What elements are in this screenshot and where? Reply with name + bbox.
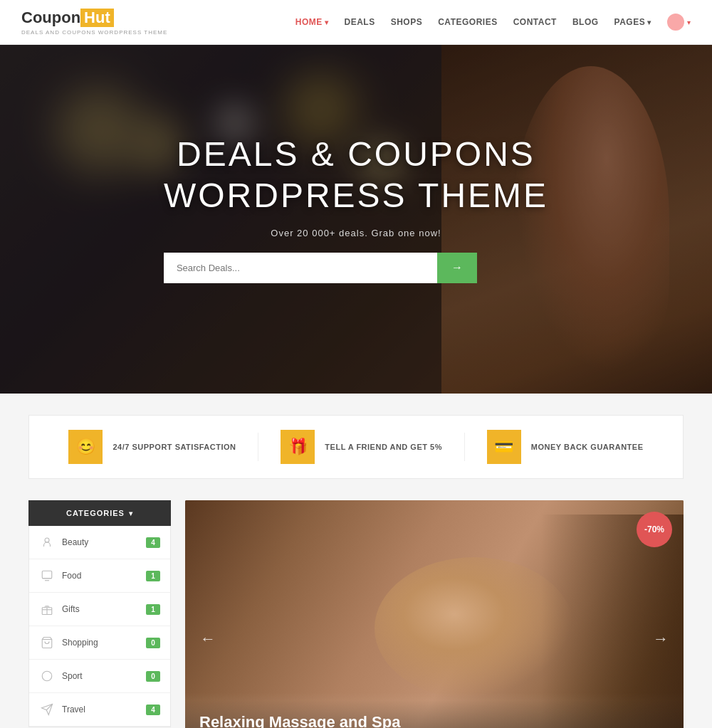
beauty-icon <box>39 534 55 550</box>
hero-section: DEALS & COUPONS WORDPRESS THEME Over 20 … <box>0 45 712 394</box>
category-travel[interactable]: Travel 4 <box>29 693 170 727</box>
deal-info: Relaxing Massage and Spa ★★★★★ EXPIRES I… <box>185 700 684 728</box>
feature-referral-text: TELL A FRIEND AND GET 5% <box>325 443 442 451</box>
sidebar-body: Beauty 4 Food 1 Gifts 1 <box>28 526 171 727</box>
gifts-count: 1 <box>146 604 160 615</box>
site-header: CouponHut DEALS AND COUPONS WORDPRESS TH… <box>0 0 712 45</box>
feature-money-back-text: MONEY BACK GUARANTEE <box>531 443 644 451</box>
sport-icon <box>39 668 55 684</box>
hero-title-line1: DEALS & COUPONS <box>164 134 548 175</box>
hero-content: DEALS & COUPONS WORDPRESS THEME Over 20 … <box>164 134 548 283</box>
nav-blog[interactable]: BLOG <box>572 17 599 27</box>
feature-support: 😊 24/7 SUPPORT SATISFACTION <box>68 430 236 464</box>
nav-pages[interactable]: PAGES <box>614 17 651 27</box>
feature-money-back: 💳 MONEY BACK GUARANTEE <box>487 430 644 464</box>
food-icon <box>39 568 55 584</box>
categories-sidebar: CATEGORIES ▾ Beauty 4 Food 1 <box>28 500 171 728</box>
logo-coupon: Coupon <box>21 10 80 26</box>
user-arrow: ▾ <box>687 19 691 26</box>
food-label: Food <box>62 571 139 581</box>
deal-next-button[interactable]: → <box>648 626 674 652</box>
hero-search-form: → <box>164 253 477 283</box>
shopping-count: 0 <box>146 638 160 648</box>
travel-icon <box>39 702 55 717</box>
money-back-icon: 💳 <box>487 430 521 464</box>
user-avatar <box>667 14 684 31</box>
main-content: CATEGORIES ▾ Beauty 4 Food 1 <box>28 500 684 728</box>
shopping-label: Shopping <box>62 638 139 648</box>
shopping-icon <box>39 635 55 650</box>
nav-shops[interactable]: SHOPS <box>391 17 423 27</box>
referral-icon: 🎁 <box>281 430 315 464</box>
logo[interactable]: CouponHut DEALS AND COUPONS WORDPRESS TH… <box>21 9 167 36</box>
feature-divider-2 <box>464 433 465 461</box>
deal-background <box>185 500 684 728</box>
search-input[interactable] <box>164 253 437 283</box>
travel-count: 4 <box>146 705 160 715</box>
deal-prev-button[interactable]: ← <box>195 626 221 652</box>
category-food[interactable]: Food 1 <box>29 559 170 593</box>
support-icon: 😊 <box>68 430 103 464</box>
sidebar-title: CATEGORIES <box>66 509 125 517</box>
nav-contact[interactable]: CONTACT <box>513 17 557 27</box>
beauty-count: 4 <box>146 537 160 548</box>
svg-point-0 <box>45 538 49 542</box>
features-bar: 😊 24/7 SUPPORT SATISFACTION 🎁 TELL A FRI… <box>28 415 684 479</box>
category-gifts[interactable]: Gifts 1 <box>29 593 170 626</box>
category-shopping[interactable]: Shopping 0 <box>29 626 170 660</box>
category-beauty[interactable]: Beauty 4 <box>29 526 170 559</box>
sport-count: 0 <box>146 671 160 682</box>
category-sport[interactable]: Sport 0 <box>29 660 170 693</box>
gifts-icon <box>39 601 55 617</box>
nav-categories[interactable]: CATEGORIES <box>438 17 497 27</box>
beauty-label: Beauty <box>62 537 139 547</box>
sidebar-header-arrow: ▾ <box>129 510 133 517</box>
main-nav: HOME DEALS SHOPS CATEGORIES CONTACT BLOG… <box>295 14 691 31</box>
feature-support-text: 24/7 SUPPORT SATISFACTION <box>112 443 236 451</box>
travel-label: Travel <box>62 705 139 714</box>
hero-title: DEALS & COUPONS WORDPRESS THEME <box>164 134 548 216</box>
search-button[interactable]: → <box>437 253 477 283</box>
deal-title: Relaxing Massage and Spa <box>199 713 669 728</box>
logo-tagline: DEALS AND COUPONS WORDPRESS THEME <box>21 29 167 36</box>
hero-title-line2: WORDPRESS THEME <box>164 175 548 216</box>
feature-divider-1 <box>258 433 258 461</box>
gifts-label: Gifts <box>62 604 139 614</box>
logo-text: CouponHut <box>21 9 167 27</box>
deal-right-shadow <box>541 515 684 728</box>
deal-discount-badge: -70% <box>637 512 672 547</box>
nav-deals[interactable]: DEALS <box>345 17 375 27</box>
svg-point-4 <box>42 671 52 681</box>
hero-subtitle: Over 20 000+ deals. Grab one now! <box>164 228 548 238</box>
sidebar-header: CATEGORIES ▾ <box>28 500 171 526</box>
logo-hut: Hut <box>80 9 114 27</box>
deal-slider: -70% ← → Relaxing Massage and Spa ★★★★★ … <box>185 500 684 728</box>
svg-rect-1 <box>42 571 52 579</box>
nav-home[interactable]: HOME <box>295 17 329 27</box>
user-menu[interactable]: ▾ <box>667 14 691 31</box>
search-arrow-icon: → <box>451 261 463 273</box>
sport-label: Sport <box>62 671 139 681</box>
food-count: 1 <box>146 571 160 581</box>
feature-referral: 🎁 TELL A FRIEND AND GET 5% <box>281 430 442 464</box>
